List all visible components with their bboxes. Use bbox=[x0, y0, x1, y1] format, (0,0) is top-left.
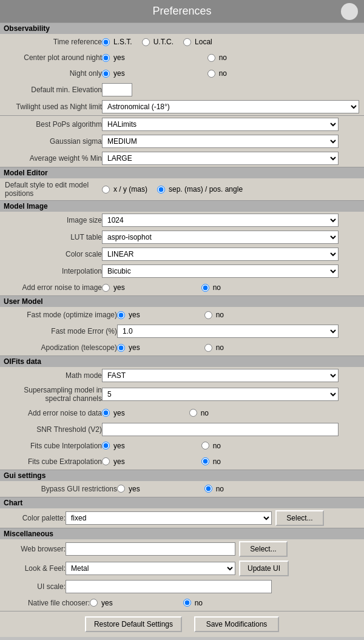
time-ref-utc[interactable]: U.T.C. bbox=[142, 38, 174, 46]
apodization-no-radio[interactable] bbox=[204, 344, 212, 352]
error-noise-data-no-label: no bbox=[201, 409, 209, 417]
fits-extrap-no[interactable]: no bbox=[201, 457, 221, 466]
ui-scale-row: UI scale: 1.00 bbox=[0, 578, 364, 595]
update-ui-button[interactable]: Update UI bbox=[239, 561, 289, 576]
ui-scale-input[interactable]: 1.00 bbox=[66, 580, 272, 593]
section-model-image: Model Image bbox=[0, 200, 364, 212]
close-button[interactable] bbox=[341, 3, 358, 20]
math-mode-controls: FAST QUICK SLOW bbox=[102, 369, 359, 382]
apodization-yes[interactable]: yes bbox=[117, 343, 140, 352]
time-ref-lst[interactable]: L.S.T. bbox=[102, 38, 132, 46]
color-scale-select[interactable]: LINEAR LOGARITHMIC SQRT bbox=[102, 248, 339, 261]
bypass-no[interactable]: no bbox=[204, 485, 224, 493]
center-plot-yes-radio[interactable] bbox=[102, 54, 110, 62]
error-noise-data-no-radio[interactable] bbox=[189, 409, 197, 417]
error-noise-image-no-radio[interactable] bbox=[201, 284, 209, 292]
time-ref-local[interactable]: Local bbox=[183, 38, 212, 46]
fast-mode-error-label: Fast mode Error (%) bbox=[5, 327, 117, 335]
model-editor-opt1[interactable]: x / y (mas) bbox=[102, 185, 147, 194]
title-bar: Preferences bbox=[0, 0, 364, 22]
model-style-xy-radio[interactable] bbox=[102, 186, 110, 194]
image-size-label: Image size bbox=[5, 216, 102, 224]
best-pops-select[interactable]: HALimits Other bbox=[102, 118, 339, 131]
error-noise-image-label: Add error noise to image bbox=[5, 283, 102, 292]
native-chooser-row: Native file chooser: yes no bbox=[0, 595, 364, 611]
interpolation-select[interactable]: Bicubic Bilinear None bbox=[102, 264, 339, 278]
section-gui: Gui settings bbox=[0, 470, 364, 481]
fast-mode-yes-radio[interactable] bbox=[117, 311, 125, 319]
look-feel-select[interactable]: Metal Nimbus System bbox=[66, 562, 235, 575]
web-browser-input[interactable]: Default bbox=[66, 542, 235, 556]
supersampling-label: Supersampling model in spectral channels bbox=[5, 386, 102, 403]
avg-weight-select[interactable]: LARGE MEDIUM SMALL bbox=[102, 152, 339, 165]
fits-interp-yes-radio[interactable] bbox=[102, 442, 110, 450]
default-elevation-input[interactable]: 45 bbox=[102, 83, 132, 96]
fits-extrap-no-radio[interactable] bbox=[201, 457, 209, 465]
night-only-no[interactable]: no bbox=[207, 69, 227, 78]
supersampling-controls: 5 3 7 bbox=[102, 388, 359, 401]
fits-interp-yes[interactable]: yes bbox=[102, 442, 125, 450]
error-noise-image-yes-radio[interactable] bbox=[102, 284, 110, 292]
window-title: Preferences bbox=[152, 5, 211, 18]
native-chooser-no[interactable]: no bbox=[183, 599, 203, 607]
time-reference-label: Time reference bbox=[5, 38, 102, 46]
apodization-label: Apodization (telescope) bbox=[5, 343, 117, 352]
model-editor-label: Model Editor bbox=[4, 169, 360, 177]
center-plot-no-radio[interactable] bbox=[207, 54, 215, 62]
bypass-yes-radio[interactable] bbox=[117, 485, 125, 493]
center-plot-no[interactable]: no bbox=[207, 53, 227, 62]
fits-extrap-no-label: no bbox=[213, 457, 221, 466]
snr-input[interactable]: 3.0 bbox=[102, 423, 339, 436]
night-only-controls: yes no bbox=[102, 69, 359, 78]
restore-button[interactable]: Restore Default Settings bbox=[85, 616, 182, 632]
time-ref-local-radio[interactable] bbox=[183, 38, 191, 46]
night-only-no-radio[interactable] bbox=[207, 70, 215, 78]
best-pops-controls: HALimits Other bbox=[102, 118, 359, 131]
apodization-yes-radio[interactable] bbox=[117, 344, 125, 352]
fits-extrap-yes[interactable]: yes bbox=[102, 457, 125, 466]
lut-select[interactable]: aspro-isophot gray heat bbox=[102, 231, 339, 244]
error-noise-data-no[interactable]: no bbox=[189, 409, 209, 417]
night-only-yes-radio[interactable] bbox=[102, 70, 110, 78]
fast-mode-no-radio[interactable] bbox=[204, 311, 212, 319]
bypass-yes[interactable]: yes bbox=[117, 485, 140, 493]
image-size-select[interactable]: 512 1024 2048 bbox=[102, 214, 339, 227]
best-pops-label: Best PoPs algorithm bbox=[5, 120, 102, 129]
gaussian-select[interactable]: MEDIUM LOW HIGH bbox=[102, 135, 339, 148]
fits-interp-no[interactable]: no bbox=[201, 442, 221, 450]
supersampling-select[interactable]: 5 3 7 bbox=[102, 388, 339, 401]
time-ref-utc-radio[interactable] bbox=[142, 38, 150, 46]
save-button[interactable]: Save Modifications bbox=[194, 616, 279, 632]
fits-extrap-yes-radio[interactable] bbox=[102, 457, 110, 465]
section-observability: Observability bbox=[0, 22, 364, 34]
twilight-select[interactable]: Astronomical (-18°) Nautical (-12°) Civi… bbox=[102, 100, 359, 113]
night-only-yes[interactable]: yes bbox=[102, 69, 125, 78]
fits-interp-no-radio[interactable] bbox=[201, 442, 209, 450]
color-palette-select[interactable]: fixed dynamic bbox=[66, 511, 272, 525]
native-chooser-no-radio[interactable] bbox=[183, 599, 191, 607]
native-chooser-yes-radio[interactable] bbox=[90, 599, 98, 607]
snr-controls: 3.0 bbox=[102, 423, 359, 436]
error-noise-image-no[interactable]: no bbox=[201, 283, 221, 292]
fast-mode-yes[interactable]: yes bbox=[117, 311, 140, 319]
apodization-no[interactable]: no bbox=[204, 343, 224, 352]
color-palette-select-button[interactable]: Select... bbox=[275, 510, 324, 526]
fast-mode-error-row: Fast mode Error (%) 1.0 0.5 2.0 bbox=[0, 323, 364, 340]
bypass-no-radio[interactable] bbox=[204, 485, 212, 493]
fast-mode-error-select[interactable]: 1.0 0.5 2.0 bbox=[117, 325, 339, 338]
math-mode-select[interactable]: FAST QUICK SLOW bbox=[102, 369, 339, 382]
fits-interp-label: Fits cube Interpolation bbox=[5, 442, 102, 450]
model-editor-opt2[interactable]: sep. (mas) / pos. angle bbox=[157, 185, 243, 194]
center-plot-yes[interactable]: yes bbox=[102, 53, 125, 62]
error-noise-data-yes[interactable]: yes bbox=[102, 409, 125, 417]
error-noise-data-label: Add error noise to data bbox=[5, 409, 102, 417]
web-browser-label: Web browser: bbox=[5, 545, 66, 553]
error-noise-data-yes-radio[interactable] bbox=[102, 409, 110, 417]
error-noise-image-yes[interactable]: yes bbox=[102, 283, 125, 292]
fast-mode-no[interactable]: no bbox=[204, 311, 224, 319]
web-browser-select-button[interactable]: Select... bbox=[239, 541, 288, 557]
time-ref-lst-radio[interactable] bbox=[102, 38, 110, 46]
native-chooser-yes[interactable]: yes bbox=[90, 599, 113, 607]
center-plot-label: Center plot around night bbox=[5, 53, 102, 62]
model-style-sep-radio[interactable] bbox=[157, 186, 165, 194]
